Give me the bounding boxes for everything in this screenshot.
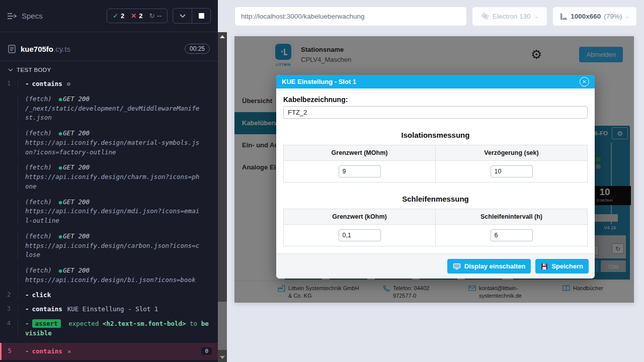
command-row[interactable]: 2 click: [0, 288, 218, 303]
fetch-log-row[interactable]: (fetch)●GET 200 https://api.iconify.desi…: [0, 229, 218, 263]
display-on-button[interactable]: Display einschalten: [447, 259, 531, 274]
cross-icon: ✕: [131, 12, 136, 20]
modal-body: Kabelbezeichnung: Isolationsmessung Gren…: [276, 88, 595, 253]
column-header: Grenzwert (kOhm): [284, 209, 436, 225]
collapse-tests-button[interactable]: [173, 9, 192, 23]
command-log: 1 contains⚙ (fetch)●GET 200 /_next/stati…: [0, 77, 218, 360]
command-row[interactable]: 1 contains⚙: [0, 77, 218, 92]
assert-badge: assert: [32, 319, 61, 328]
column-header: Schleifenintervall (h): [436, 209, 588, 225]
url-input[interactable]: [234, 7, 467, 26]
loop-limit-input[interactable]: [339, 229, 381, 241]
browser-select[interactable]: Electron 130 ⌄: [472, 7, 547, 26]
modal-header: KUE Einstellung - Slot 1 ✕: [276, 75, 595, 88]
cable-name-input[interactable]: [283, 106, 588, 119]
browser-name: Electron 130: [493, 13, 531, 20]
cypress-reporter: Specs ✓2 ✕2 ↻-- kue705fo.cy.ts 00:25 TES…: [0, 0, 218, 362]
viewport-zoom: (79%): [604, 13, 622, 20]
passed-count: ✓2: [113, 12, 124, 20]
floppy-disk-icon: [541, 263, 548, 270]
spec-file-row[interactable]: kue705fo.cy.ts 00:25: [0, 37, 218, 61]
run-controls: [173, 8, 211, 24]
pending-count: ↻--: [149, 12, 162, 20]
stop-run-button[interactable]: [192, 9, 210, 23]
status-dot-icon: ●: [59, 233, 62, 240]
fetch-url: /_next/static/development/_devMiddleware…: [25, 104, 202, 123]
refresh-icon: ↻: [149, 12, 154, 20]
failed-command-row[interactable]: 5 contains✕ 0: [0, 343, 218, 360]
test-body-toggle[interactable]: TEST BODY: [0, 61, 218, 77]
spec-duration-badge: 00:25: [185, 44, 210, 54]
specs-menu-icon: [7, 13, 17, 20]
url-bar: Electron 130 ⌄ 1000x660 (79%) ⌄: [227, 0, 644, 32]
loop-table: Grenzwert (kOhm) Schleifenintervall (h): [283, 209, 588, 246]
test-stats: ✓2 ✕2 ↻--: [107, 9, 168, 23]
fetch-url: https://api.iconify.design/bi.json?icons…: [25, 276, 202, 285]
isolation-delay-input[interactable]: [491, 165, 533, 177]
status-dot-icon: ●: [59, 96, 62, 103]
status-dot-icon: ●: [59, 199, 62, 206]
fail-x-icon: ✕: [67, 347, 71, 355]
cable-name-label: Kabelbezeichnung:: [283, 96, 588, 104]
loop-interval-input[interactable]: [491, 229, 533, 241]
column-header: Verzögerung (sek): [436, 145, 588, 161]
reporter-header: Specs ✓2 ✕2 ↻--: [0, 0, 218, 32]
chevron-down-icon: [8, 68, 13, 71]
close-icon: ✕: [582, 79, 586, 84]
viewport-size: 1000x660: [571, 13, 601, 20]
spec-extension: .cy.ts: [53, 45, 70, 53]
electron-icon: [481, 12, 489, 20]
viewport-select[interactable]: 1000x660 (79%) ⌄: [552, 7, 637, 26]
fetch-url: https://api.iconify.design/mdi.json?icon…: [25, 207, 202, 226]
fetch-log-row[interactable]: (fetch)●GET 200 https://api.iconify.desi…: [0, 195, 218, 229]
fetch-log-row[interactable]: (fetch)●GET 200 /_next/static/developmen…: [0, 92, 218, 126]
scroll-down-icon[interactable]: [220, 356, 225, 359]
failed-count: ✕2: [131, 12, 142, 20]
specs-label: Specs: [22, 12, 43, 20]
status-dot-icon: ●: [59, 130, 62, 137]
gear-icon: ⚙: [67, 80, 70, 87]
modal-title: KUE Einstellung - Slot 1: [282, 78, 356, 85]
close-button[interactable]: ✕: [580, 77, 589, 86]
kue-settings-modal: KUE Einstellung - Slot 1 ✕ Kabelbezeichn…: [276, 75, 595, 279]
fetch-url: https://api.iconify.design/carbon.json?i…: [25, 241, 202, 260]
isolation-table: Grenzwert (MOhm) Verzögerung (sek): [283, 145, 588, 183]
scrollbar-thumb[interactable]: [218, 302, 227, 350]
modal-footer: Display einschalten Speichern: [276, 253, 595, 279]
command-row[interactable]: 3 containsKUE Einstellung - Slot 1: [0, 302, 218, 317]
loop-section-title: Schleifenmessung: [283, 195, 588, 203]
save-button[interactable]: Speichern: [535, 259, 589, 274]
reporter-scrollbar[interactable]: [218, 32, 227, 362]
fetch-log-row[interactable]: (fetch)●GET 200 https://api.iconify.desi…: [0, 126, 218, 160]
test-body-label: TEST BODY: [17, 67, 51, 73]
isolation-limit-input[interactable]: [339, 165, 381, 177]
specs-menu-button[interactable]: Specs: [7, 12, 43, 20]
chevron-down-icon: [180, 14, 186, 18]
chevron-down-icon: ⌄: [534, 14, 538, 19]
fetch-url: https://api.iconify.design/charm.json?ic…: [25, 172, 202, 192]
viewport-ruler-icon: [560, 13, 568, 20]
assert-row[interactable]: 4 -assert expected <h2.text-sm.font-bold…: [0, 317, 218, 341]
status-dot-icon: ●: [59, 267, 62, 274]
fail-count-badge: 0: [201, 347, 212, 355]
spec-name: kue705fo: [21, 45, 53, 53]
fetch-log-row[interactable]: (fetch)●GET 200 https://api.iconify.desi…: [0, 263, 218, 288]
check-icon: ✓: [113, 12, 118, 20]
column-header: Grenzwert (MOhm): [284, 145, 436, 161]
chevron-down-icon: ⌄: [625, 14, 629, 19]
document-icon: [8, 45, 16, 53]
stop-icon: [199, 13, 204, 19]
isolation-section-title: Isolationsmessung: [283, 131, 588, 139]
monitor-icon: [453, 263, 461, 270]
fetch-log-row[interactable]: (fetch)●GET 200 https://api.iconify.desi…: [0, 160, 218, 194]
scroll-up-icon[interactable]: [220, 35, 225, 38]
status-dot-icon: ●: [59, 164, 62, 171]
fetch-url: https://api.iconify.design/material-symb…: [25, 138, 202, 157]
